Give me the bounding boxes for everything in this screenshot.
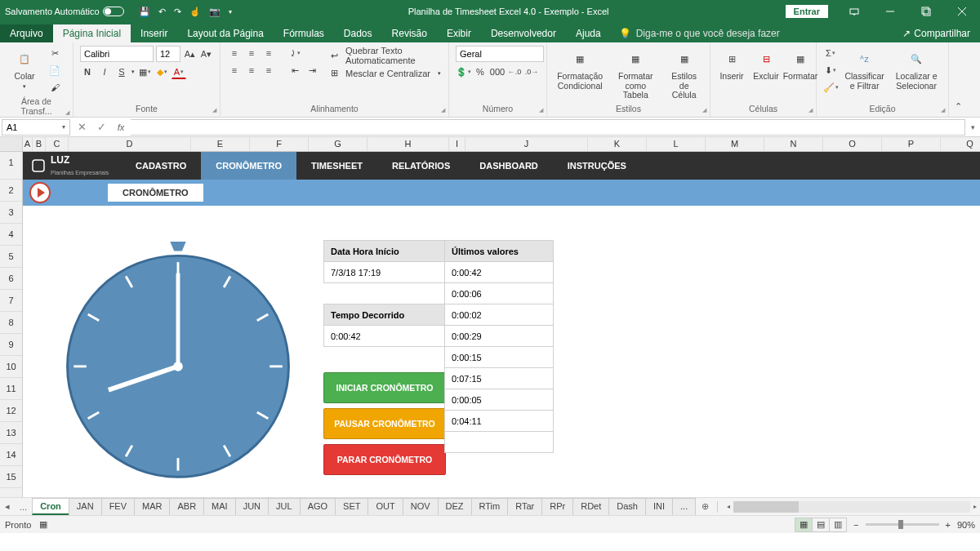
comma-format-icon[interactable]: 000 — [490, 64, 505, 79]
sort-filter-button[interactable]: ᴬzClassificar e Filtrar — [843, 46, 886, 92]
align-top-icon[interactable]: ≡ — [227, 46, 242, 60]
save-icon[interactable]: 💾 — [139, 7, 150, 17]
new-sheet-icon[interactable]: ⊕ — [695, 501, 715, 512]
col-header-J[interactable]: J — [466, 137, 588, 151]
zoom-slider[interactable] — [866, 523, 939, 526]
row-header-15[interactable]: 15 — [0, 466, 22, 488]
formula-input[interactable] — [131, 119, 965, 136]
nav-tab-cronômetro[interactable]: CRONÔMETRO — [201, 152, 296, 180]
tab-first-icon[interactable]: ◂ — [0, 501, 15, 512]
sheet-tab-OUT[interactable]: OUT — [368, 498, 403, 515]
col-header-E[interactable]: E — [191, 137, 250, 151]
decrease-decimal-icon[interactable]: .0→ — [524, 64, 539, 79]
col-header-P[interactable]: P — [882, 137, 941, 151]
tab-layout[interactable]: Layout da Página — [177, 24, 273, 42]
nav-tab-dashboard[interactable]: DASHBOARD — [465, 152, 553, 180]
page-layout-view-icon[interactable]: ▤ — [812, 518, 830, 532]
nav-tab-timesheet[interactable]: TIMESHEET — [296, 152, 377, 180]
row-header-5[interactable]: 5 — [0, 246, 22, 268]
ribbon-options-icon[interactable] — [838, 0, 871, 23]
cell-styles-button[interactable]: ▦Estilos de Célula — [665, 46, 703, 102]
col-header-M[interactable]: M — [706, 137, 764, 151]
row-header-8[interactable]: 8 — [0, 312, 22, 334]
row-header-7[interactable]: 7 — [0, 290, 22, 312]
tab-file[interactable]: Arquivo — [0, 24, 53, 42]
accounting-format-icon[interactable]: 💲 — [456, 64, 470, 79]
merge-button[interactable]: ⊞ Mesclar e Centralizar ▾ — [331, 68, 442, 78]
autosave-switch[interactable] — [103, 7, 124, 16]
fill-color-button[interactable]: ◆ — [154, 64, 169, 79]
start-timer-button[interactable]: INICIAR CRONÔMETRO — [323, 372, 446, 403]
normal-view-icon[interactable]: ▦ — [795, 518, 813, 532]
font-name-select[interactable] — [80, 46, 154, 62]
collapse-ribbon-icon[interactable]: ⌃ — [949, 42, 967, 117]
share-button[interactable]: ↗ Compartilhar — [893, 24, 980, 42]
row-header-1[interactable]: 1 — [0, 152, 22, 180]
copy-icon[interactable]: 📄 — [47, 63, 62, 78]
col-header-G[interactable]: G — [309, 137, 368, 151]
col-header-F[interactable]: F — [250, 137, 309, 151]
format-cells-button[interactable]: ▦Formatar — [786, 46, 815, 83]
tab-view[interactable]: Exibir — [437, 24, 481, 42]
autosave-toggle[interactable]: Salvamento Automático — [5, 7, 124, 16]
nav-tab-relatórios[interactable]: RELATÓRIOS — [377, 152, 465, 180]
sheet-tab-DEZ[interactable]: DEZ — [438, 498, 472, 515]
col-header-B[interactable]: B — [33, 137, 46, 151]
border-button[interactable]: ▦ — [137, 64, 152, 79]
sheet-tab-RDet[interactable]: RDet — [572, 498, 609, 515]
sheet-tab-Dash[interactable]: Dash — [608, 498, 646, 515]
hscroll-thumb[interactable] — [733, 501, 799, 513]
orientation-icon[interactable]: ⤸ — [287, 46, 302, 60]
align-middle-icon[interactable]: ≡ — [244, 46, 259, 60]
sheet-tab-RPr[interactable]: RPr — [541, 498, 573, 515]
tab-home[interactable]: Página Inicial — [53, 24, 131, 42]
tab-developer[interactable]: Desenvolvedor — [481, 24, 566, 42]
col-header-O[interactable]: O — [823, 137, 882, 151]
col-header-N[interactable]: N — [764, 137, 823, 151]
find-select-button[interactable]: 🔍Localizar e Selecionar — [891, 46, 942, 92]
sheet-tab-INI[interactable]: INI — [645, 498, 673, 515]
align-left-icon[interactable]: ≡ — [227, 63, 242, 78]
italic-button[interactable]: I — [97, 64, 112, 79]
autosum-icon[interactable]: Σ — [823, 46, 838, 60]
zoom-level[interactable]: 90% — [957, 520, 975, 530]
nav-tab-instruções[interactable]: INSTRUÇÕES — [553, 152, 641, 180]
paste-button[interactable]: 📋 Colar ▾ — [7, 46, 42, 91]
signin-button[interactable]: Entrar — [786, 5, 828, 18]
play-icon[interactable] — [29, 182, 51, 203]
col-header-D[interactable]: D — [69, 137, 191, 151]
tab-prev-icon[interactable]: ... — [15, 502, 32, 512]
fx-icon[interactable]: fx — [111, 119, 131, 136]
close-icon[interactable] — [946, 0, 978, 23]
row-header-14[interactable]: 14 — [0, 444, 22, 466]
zoom-in-icon[interactable]: + — [946, 520, 951, 530]
row-header-10[interactable]: 10 — [0, 356, 22, 378]
align-right-icon[interactable]: ≡ — [261, 63, 276, 78]
sheet-tab-NOV[interactable]: NOV — [403, 498, 439, 515]
undo-icon[interactable]: ↶ — [158, 7, 166, 17]
col-header-H[interactable]: H — [368, 137, 449, 151]
sheet-tab-ABR[interactable]: ABR — [169, 498, 204, 515]
minimize-icon[interactable] — [874, 0, 906, 23]
enter-formula-icon[interactable]: ✓ — [91, 119, 111, 136]
format-table-button[interactable]: ▦Formatar como Tabela — [611, 46, 660, 102]
sheet-tab-MAR[interactable]: MAR — [134, 498, 170, 515]
sheet-tab-AGO[interactable]: AGO — [300, 498, 336, 515]
tell-me[interactable]: 💡 Diga-me o que você deseja fazer — [611, 24, 788, 42]
sheet-tab-SET[interactable]: SET — [335, 498, 368, 515]
maximize-icon[interactable] — [910, 0, 942, 23]
macro-record-icon[interactable]: ▦ — [39, 519, 47, 530]
sheet-tab-RTar[interactable]: RTar — [507, 498, 542, 515]
delete-cells-button[interactable]: ⊟Excluir — [751, 46, 781, 83]
sheet-tab-JAN[interactable]: JAN — [69, 498, 102, 515]
align-center-icon[interactable]: ≡ — [244, 63, 259, 78]
zoom-out-icon[interactable]: − — [853, 520, 858, 530]
sheet-tab-Cron[interactable]: Cron — [32, 498, 69, 515]
row-header-4[interactable]: 4 — [0, 224, 22, 246]
col-header-I[interactable]: I — [449, 137, 466, 151]
col-header-L[interactable]: L — [647, 137, 706, 151]
row-header-9[interactable]: 9 — [0, 334, 22, 356]
sheet-tab-...[interactable]: ... — [672, 498, 696, 515]
page-break-view-icon[interactable]: ▥ — [829, 518, 847, 532]
tab-data[interactable]: Dados — [334, 24, 382, 42]
